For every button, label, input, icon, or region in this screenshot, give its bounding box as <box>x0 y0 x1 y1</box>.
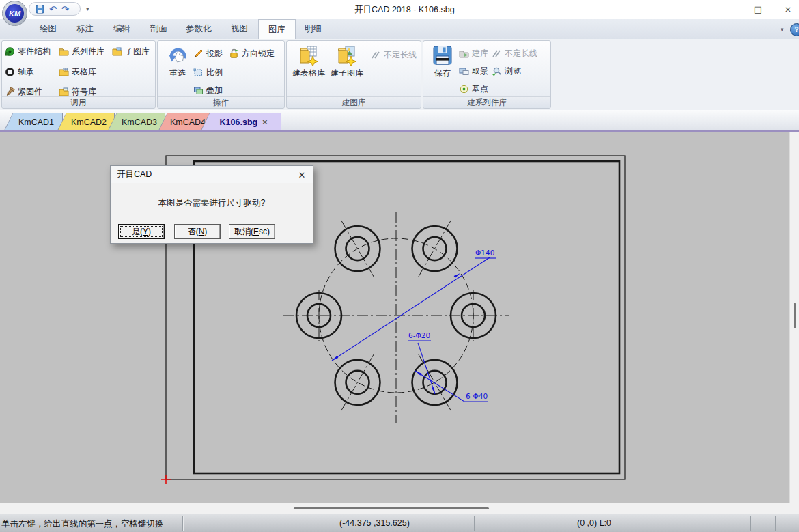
button-capture-view[interactable]: 取景 <box>459 64 488 78</box>
button-reselect[interactable]: 重选 <box>162 44 193 79</box>
km-logo-icon: KM <box>5 4 24 23</box>
ribbon-options-dropdown-icon[interactable]: ▾ <box>781 26 784 33</box>
ribbon-tab-row: 绘图 标注 编辑 剖面 参数化 视图 图库 明细 ▾ <box>0 19 799 39</box>
ribbon-tab-view[interactable]: 视图 <box>221 19 257 39</box>
fastener-icon <box>5 87 15 97</box>
document-tab-kmcad2[interactable]: KmCAD2 <box>57 113 115 130</box>
dialog-close-icon: ✕ <box>298 170 306 180</box>
group-label-build-library: 建图库 <box>287 96 421 108</box>
bearing-icon <box>5 67 15 77</box>
dialog-yes-button[interactable]: 是(Y) <box>118 224 165 239</box>
button-overlay[interactable]: 叠加 <box>193 83 223 97</box>
button-indefinite-line[interactable]: 不定长线 <box>371 48 417 61</box>
selection-box-icon <box>193 68 204 78</box>
close-icon: × <box>785 4 792 14</box>
ribbon-group-build-series-library: 保存 建库 取景 基点 不定长线 浏览 建系列件库 <box>423 40 551 109</box>
close-button[interactable]: × <box>774 0 799 18</box>
document-tab-kmcad1[interactable]: KmCAD1 <box>4 113 63 130</box>
build-table-library-icon <box>298 44 320 66</box>
button-series-part-library[interactable]: 系列件库 <box>59 44 104 58</box>
indefinite-line-icon <box>492 48 502 59</box>
dialog-title: 开目CAD <box>117 169 152 180</box>
lock-icon <box>229 48 239 59</box>
save-floppy-icon <box>432 44 453 66</box>
help-button[interactable]: ? <box>790 23 799 36</box>
part-structure-icon <box>5 46 15 57</box>
dim-label-bolt-circle: Φ140 <box>475 249 494 257</box>
minimize-button[interactable]: – <box>713 0 740 18</box>
group-label-call: 调用 <box>2 96 155 108</box>
reselect-icon <box>167 44 188 66</box>
app-logo[interactable]: KM <box>2 1 27 26</box>
symbol-library-folder-icon <box>59 87 69 97</box>
help-icon: ? <box>794 26 798 33</box>
status-separator <box>750 516 751 531</box>
sub-library-folder-icon <box>112 46 122 57</box>
dialog-no-button[interactable]: 否(N) <box>174 224 221 239</box>
ribbon-tab-section[interactable]: 剖面 <box>141 19 177 39</box>
button-projection[interactable]: 投影 <box>193 46 223 60</box>
status-separator <box>775 516 776 531</box>
dialog-close-button[interactable]: ✕ <box>296 169 307 180</box>
dialog-message: 本图是否需要进行尺寸驱动? <box>111 197 313 209</box>
dim-label-hole-outer: 6-Φ40 <box>466 392 488 400</box>
document-tab-bar: KmCAD1 KmCAD2 KmCAD3 KmCAD4 K106.sbg × ▾ <box>0 110 799 132</box>
vertical-scrollbar-thumb[interactable] <box>794 303 796 328</box>
quick-access-dropdown-icon[interactable]: ▾ <box>86 5 89 12</box>
overlay-image-icon <box>193 85 204 96</box>
group-label-build-series-library: 建系列件库 <box>423 96 550 108</box>
button-base-point[interactable]: 基点 <box>459 82 488 96</box>
button-build-db[interactable]: 建库 <box>459 46 488 60</box>
button-part-structure[interactable]: 零件结构 <box>5 44 51 58</box>
dialog-cancel-button[interactable]: 取消(Esc) <box>229 224 275 239</box>
ribbon-tab-parametric[interactable]: 参数化 <box>176 19 221 39</box>
group-label-operation: 操作 <box>158 96 284 108</box>
pencil-icon <box>193 48 204 59</box>
dialog-title-bar[interactable]: 开目CAD <box>111 166 313 183</box>
button-scale[interactable]: 比例 <box>193 66 223 79</box>
ribbon-tab-library[interactable]: 图库 <box>258 19 296 39</box>
status-bar: 单击左键，给出直线的第一点，空格键切换 (-44.375 ,315.625) (… <box>0 514 799 532</box>
title-bar: 开目CAD 2018 - K106.sbg – □ × <box>0 0 799 19</box>
button-indefinite-line-2[interactable]: 不定长线 <box>492 46 537 60</box>
status-separator <box>182 516 183 531</box>
tab-close-icon[interactable]: × <box>262 117 268 126</box>
document-tab-k106[interactable]: K106.sbg × <box>201 113 281 130</box>
app-window: 开目CAD 2018 - K106.sbg – □ × KM ↶ ↷ ▾ 绘图 … <box>0 0 799 532</box>
status-separator <box>474 516 475 531</box>
browse-magnifier-icon <box>492 66 502 76</box>
document-tab-kmcad3[interactable]: KmCAD3 <box>108 113 165 130</box>
horizontal-scrollbar-thumb[interactable] <box>294 507 489 509</box>
ribbon-tab-edit[interactable]: 编辑 <box>104 19 140 39</box>
button-save-library[interactable]: 保存 <box>428 44 457 79</box>
save-icon[interactable] <box>36 5 44 14</box>
dim-label-hole-inner: 6-Φ20 <box>408 331 430 339</box>
button-sub-library[interactable]: 子图库 <box>112 44 150 58</box>
table-library-folder-icon <box>59 67 69 77</box>
status-origin-info: (0 ,0) L:0 <box>577 518 611 528</box>
undo-icon[interactable]: ↶ <box>49 5 57 14</box>
build-sub-library-icon <box>336 44 358 66</box>
button-build-table-library[interactable]: 建表格库 <box>290 44 327 79</box>
series-library-folder-icon <box>59 46 69 57</box>
redo-icon[interactable]: ↷ <box>61 5 69 14</box>
maximize-icon: □ <box>754 4 762 14</box>
capture-view-icon <box>459 66 469 76</box>
status-hint: 单击左键，给出直线的第一点，空格键切换 <box>1 518 164 530</box>
window-title: 开目CAD 2018 - K106.sbg <box>354 4 455 16</box>
ribbon-tab-detail[interactable]: 明细 <box>295 19 331 39</box>
button-build-sub-library[interactable]: 建子图库 <box>328 44 365 79</box>
minimize-icon: – <box>725 4 729 14</box>
ribbon-group-call: 零件结构 系列件库 子图库 轴承 表格库 紧固件 <box>1 40 156 109</box>
indefinite-line-icon <box>371 50 381 60</box>
button-bearing[interactable]: 轴承 <box>5 65 34 79</box>
ribbon-group-build-library: 建表格库 建子图库 不定长线 建图库 <box>286 40 421 109</box>
button-direction-lock[interactable]: 方向锁定 <box>229 46 275 60</box>
button-table-library[interactable]: 表格库 <box>59 65 96 79</box>
ribbon-tab-draw[interactable]: 绘图 <box>30 19 66 39</box>
button-browse[interactable]: 浏览 <box>492 64 521 78</box>
dimension-drive-dialog: 开目CAD ✕ 本图是否需要进行尺寸驱动? 是(Y) 否(N) 取消(Esc) <box>110 165 313 244</box>
ribbon-tab-annotate[interactable]: 标注 <box>67 19 103 39</box>
maximize-button[interactable]: □ <box>744 0 772 18</box>
quick-access-toolbar: ↶ ↷ <box>29 2 81 16</box>
